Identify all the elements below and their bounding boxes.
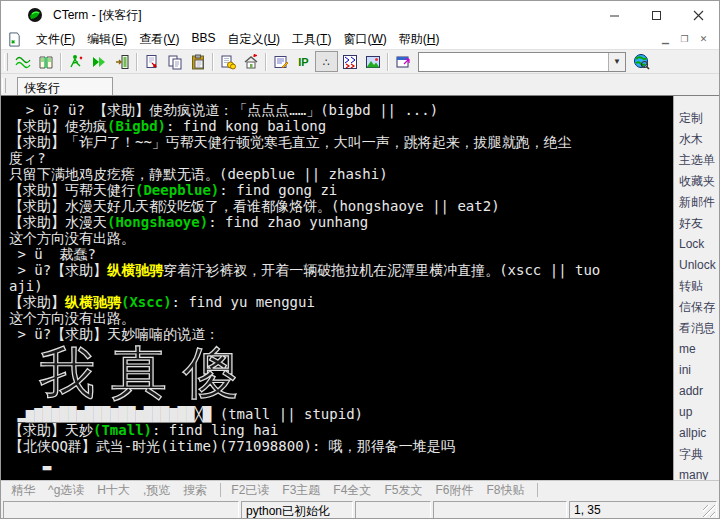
picture-icon[interactable] xyxy=(361,51,384,72)
address-combobox[interactable]: ▼ xyxy=(418,52,626,72)
ip-icon[interactable]: IP xyxy=(292,51,315,72)
sidebar-button-定制[interactable]: 定制 xyxy=(674,108,719,129)
mdi-restore-button[interactable]: ❐ xyxy=(675,32,694,47)
home-icon[interactable] xyxy=(239,51,262,72)
menu-item-窗口[interactable]: 窗口(W) xyxy=(337,29,392,50)
edit-script-icon[interactable] xyxy=(269,51,292,72)
terminal-line: > ü?【求助】纵横驰骋穿着汗衫裤衩，开着一辆破拖拉机在泥潭里横冲直撞。(xsc… xyxy=(9,262,673,278)
status-panel xyxy=(433,501,567,519)
copy-icon[interactable] xyxy=(163,51,186,72)
terminal-text: 纵横驰骋 xyxy=(107,262,163,278)
mdi-minimize-button[interactable]: ▁ xyxy=(656,32,675,47)
sidebar-button-Lock[interactable]: Lock xyxy=(674,234,719,255)
sidebar-button-主选单[interactable]: 主选单 xyxy=(674,150,719,171)
terminal-text: 【求助】使劲疯 xyxy=(9,118,107,134)
terminal-line: 【求助】纵横驰骋(Xscc): find yu menggui xyxy=(9,294,673,310)
toolbar-separator xyxy=(265,53,266,71)
reconnect-icon[interactable] xyxy=(87,51,110,72)
resize-grip[interactable] xyxy=(703,505,715,517)
minimize-button[interactable] xyxy=(593,1,635,29)
fkey-hint[interactable]: 精华 xyxy=(11,482,35,499)
sidebar-button-转贴[interactable]: 转贴 xyxy=(674,276,719,297)
sidebar-button-up[interactable]: up xyxy=(674,402,719,423)
accounts-icon[interactable] xyxy=(216,51,239,72)
menu-item-查看[interactable]: 查看(V) xyxy=(133,29,185,50)
disconnect-icon[interactable] xyxy=(64,51,87,72)
fkey-hint[interactable]: ^g选读 xyxy=(48,482,84,499)
exit-icon[interactable] xyxy=(110,51,133,72)
ansi-download-icon[interactable] xyxy=(338,51,361,72)
ascii-art-text: 我真傻 xyxy=(39,344,673,406)
sidebar-button-收藏夹[interactable]: 收藏夹 xyxy=(674,171,719,192)
fkey-hint[interactable]: 搜索 xyxy=(183,482,207,499)
menu-item-编辑[interactable]: 编辑(E) xyxy=(81,29,133,50)
dots-icon[interactable]: ∴ xyxy=(315,51,338,72)
terminal-text: aji) xyxy=(9,278,43,294)
fkey-separator xyxy=(220,483,221,497)
mdi-window-controls: ▁ ❐ ✕ xyxy=(656,32,713,47)
maximize-button[interactable] xyxy=(635,1,677,29)
terminal-text: 【求助】水漫天 xyxy=(9,214,107,230)
terminal-line: 【求助】丐帮天健行(Deepblue): find gong zi xyxy=(9,182,673,198)
combobox-dropdown-button[interactable]: ▼ xyxy=(608,53,625,71)
globe-search-icon[interactable] xyxy=(630,51,653,72)
fkey-hint[interactable]: F6附件 xyxy=(435,482,473,499)
terminal-line: 【求助】水漫天(Hongshaoye): find zhao yunhang xyxy=(9,214,673,230)
fkey-hint[interactable]: F8快贴 xyxy=(486,482,524,499)
cterm-window: CTerm - [侠客行] 文件(F)编辑(E)查看(V)BBS自定义(U)工具… xyxy=(0,0,720,519)
sidebar-button-me[interactable]: me xyxy=(674,339,719,360)
terminal-line: 【北侠QQ群】武当-时光(itime)(771098800): 哦，那得备一堆是… xyxy=(9,438,673,454)
toolbar-separator xyxy=(212,53,213,71)
sidebar-button-好友[interactable]: 好友 xyxy=(674,213,719,234)
terminal-text: : find yu menggui xyxy=(172,294,315,310)
sidebar-button-addr[interactable]: addr xyxy=(674,381,719,402)
terminal-line: 【求助】使劲疯(Bigbd): find kong bailong xyxy=(9,118,673,134)
sidebar-button-水木[interactable]: 水木 xyxy=(674,129,719,150)
terminal-line: 这个方向没有出路。 xyxy=(9,310,673,326)
menu-item-工具[interactable]: 工具(T) xyxy=(286,29,337,50)
status-cursor-position: 1, 35 xyxy=(569,501,717,519)
sidebar-button-allpic[interactable]: allpic xyxy=(674,423,719,444)
paste-icon[interactable] xyxy=(186,51,209,72)
terminal-text: (Bigbd) xyxy=(107,118,166,134)
terminal-text: > ü?【求助】 xyxy=(9,262,107,278)
toolbar-grip[interactable] xyxy=(4,53,8,71)
quick-button-sidebar: 定制水木主选单收藏夹新邮件好友LockUnlock转贴信保存看消息meiniad… xyxy=(673,96,719,480)
fkey-hint[interactable]: F4全文 xyxy=(333,482,371,499)
terminal-line: 只留下满地鸡皮疙瘩，静默无语。(deepblue || zhashi) xyxy=(9,166,673,182)
menu-item-帮助[interactable]: 帮助(H) xyxy=(393,29,446,50)
close-button[interactable] xyxy=(677,1,719,29)
terminal-screen[interactable]: > ü? ü? 【求助】使劲疯说道：「点点点……」(bigbd || ...)【… xyxy=(1,96,673,480)
fkey-hint[interactable]: F2已读 xyxy=(231,482,269,499)
tabbar-grip[interactable] xyxy=(2,78,6,93)
fkey-hint[interactable]: H十大 xyxy=(97,482,130,499)
sidebar-button-字典[interactable]: 字典 xyxy=(674,444,719,465)
menu-item-文件[interactable]: 文件(F) xyxy=(30,29,81,50)
new-window-icon[interactable] xyxy=(391,51,414,72)
terminal-text: > ü?【求助】天妙喃喃的说道： xyxy=(9,326,219,342)
session-tab[interactable]: 侠客行 xyxy=(17,77,113,95)
sidebar-button-ini[interactable]: ini xyxy=(674,360,719,381)
mdi-close-button[interactable]: ✕ xyxy=(694,32,713,47)
terminal-line: 【求助】水漫天好几天都没吃饭了，看谁都像烙饼。(hongshaoye || ea… xyxy=(9,198,673,214)
sidebar-button-新邮件[interactable]: 新邮件 xyxy=(674,192,719,213)
terminal-text: : find gong zi xyxy=(219,182,337,198)
connect-icon[interactable] xyxy=(11,51,34,72)
address-book-icon[interactable] xyxy=(34,51,57,72)
fkey-hint[interactable]: F5发文 xyxy=(384,482,422,499)
sidebar-button-信保存[interactable]: 信保存 xyxy=(674,297,719,318)
sidebar-button-看消息[interactable]: 看消息 xyxy=(674,318,719,339)
terminal-line: 度ィ? xyxy=(9,150,673,166)
menu-item-自定义[interactable]: 自定义(U) xyxy=(221,29,286,50)
menu-item-BBS[interactable]: BBS xyxy=(185,29,221,50)
fkey-hint[interactable]: F3主题 xyxy=(282,482,320,499)
sidebar-button-many[interactable]: many xyxy=(674,465,719,480)
fkey-hint[interactable]: ,预览 xyxy=(143,482,170,499)
sidebar-button-Unlock[interactable]: Unlock xyxy=(674,255,719,276)
address-input[interactable] xyxy=(419,53,608,71)
terminal-text: > ü? ü? 【求助】使劲疯说道：「点点点……」(bigbd || ...) xyxy=(9,102,438,118)
fkey-separator xyxy=(537,483,538,497)
copy-url-icon[interactable] xyxy=(140,51,163,72)
terminal-text: (Hongshaoye) xyxy=(107,214,208,230)
terminal-text: ▂▆▇█▇██▆███▇██▆███▇██╳█ (tmall || stupid… xyxy=(9,406,363,422)
